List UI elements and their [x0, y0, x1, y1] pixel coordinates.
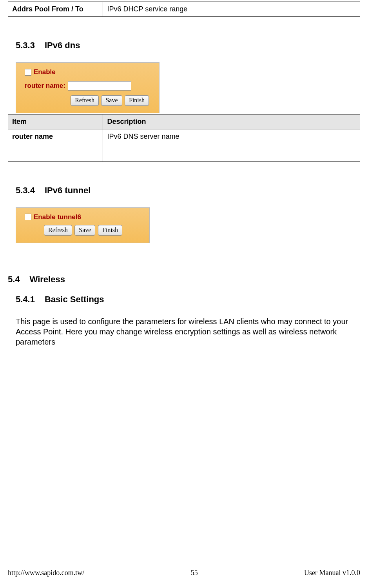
heading-5-4-num: 5.4	[8, 274, 20, 284]
heading-5-4-1-num: 5.4.1	[16, 294, 35, 304]
footer-page-number: 55	[84, 569, 304, 577]
heading-5-3-3-num: 5.3.3	[16, 40, 35, 50]
heading-5-4-1-title: Basic Settings	[45, 294, 104, 304]
enable-tunnel-row: Enable tunnel6	[25, 213, 81, 221]
heading-5-3-4-num: 5.3.4	[16, 185, 35, 195]
addrs-pool-value: IPv6 DHCP service range	[103, 2, 360, 17]
heading-5-4: 5.4Wireless	[8, 274, 360, 285]
router-name-input[interactable]	[68, 81, 131, 91]
dns-row2-item	[8, 144, 103, 162]
tunnel-save-button[interactable]: Save	[74, 225, 95, 236]
footer-version: User Manual v1.0.0	[304, 569, 360, 577]
addrs-pool-key: Addrs Pool From / To	[8, 2, 103, 17]
enable-dns-label: Enable	[34, 68, 56, 76]
heading-5-4-1: 5.4.1Basic Settings	[16, 294, 360, 305]
addrs-pool-table: Addrs Pool From / To IPv6 DHCP service r…	[8, 2, 360, 17]
heading-5-3-3: 5.3.3IPv6 dns	[16, 40, 360, 51]
enable-dns-row: Enable	[25, 68, 56, 76]
enable-tunnel-checkbox[interactable]	[25, 214, 31, 220]
dns-th-item: Item	[8, 114, 103, 129]
refresh-button[interactable]: Refresh	[71, 95, 99, 106]
ipv6-dns-table: Item Description router name IPv6 DNS se…	[8, 114, 360, 162]
heading-5-3-4: 5.3.4IPv6 tunnel	[16, 185, 360, 196]
ipv6-tunnel-panel: Enable tunnel6 Refresh Save Finish	[16, 207, 150, 243]
enable-dns-checkbox[interactable]	[25, 69, 31, 76]
page-footer: http://www.sapido.com.tw/ 55 User Manual…	[8, 569, 360, 577]
enable-tunnel-label: Enable tunnel6	[34, 213, 81, 221]
finish-button[interactable]: Finish	[125, 95, 149, 106]
router-name-label: router name:	[25, 82, 65, 90]
ipv6-dns-panel: Enable router name: Refresh Save Finish	[16, 62, 160, 113]
dns-row2-desc	[103, 144, 360, 162]
dns-row1-desc: IPv6 DNS server name	[103, 129, 360, 144]
tunnel-finish-button[interactable]: Finish	[98, 225, 122, 236]
footer-url: http://www.sapido.com.tw/	[8, 569, 84, 577]
tunnel-refresh-button[interactable]: Refresh	[44, 225, 72, 236]
save-button[interactable]: Save	[101, 95, 122, 106]
dns-th-desc: Description	[103, 114, 360, 129]
basic-settings-paragraph: This page is used to configure the param…	[16, 316, 360, 347]
heading-5-3-4-title: IPv6 tunnel	[45, 185, 91, 195]
dns-row1-item: router name	[8, 129, 103, 144]
heading-5-4-title: Wireless	[30, 274, 65, 284]
heading-5-3-3-title: IPv6 dns	[45, 40, 80, 50]
